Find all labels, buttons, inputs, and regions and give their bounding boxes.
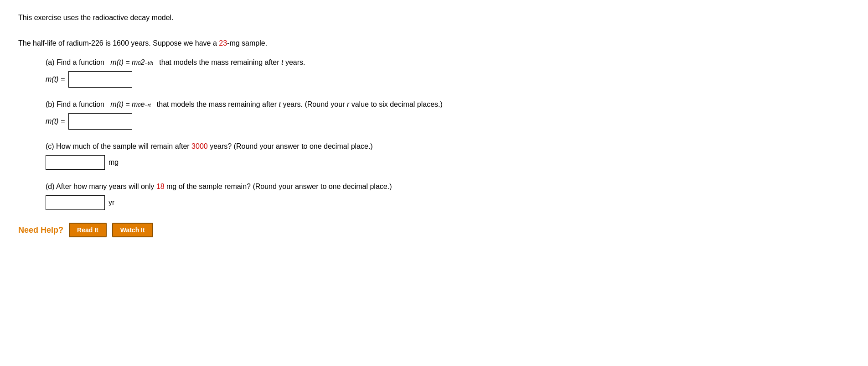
part-c-input[interactable] [46, 155, 105, 170]
part-b-answer-row: m(t) = [46, 113, 850, 130]
halflife-suffix: -mg sample. [227, 39, 267, 47]
watch-it-button[interactable]: Watch It [112, 223, 153, 237]
part-b-answer-label: m(t) = [46, 117, 65, 125]
highlight-18: 18 [156, 183, 165, 190]
need-help-section: Need Help? Read It Watch It [18, 223, 850, 237]
part-a-input[interactable] [68, 71, 132, 88]
part-d: (d) After how many years will only 18 mg… [46, 183, 850, 210]
need-help-label: Need Help? [18, 225, 63, 235]
part-c-label: (c) How much of the sample will remain a… [46, 142, 850, 151]
part-a-label: (a) Find a function m(t) = m02−t/h that … [46, 58, 850, 67]
read-it-button[interactable]: Read It [69, 223, 107, 237]
part-a-answer-row: m(t) = [46, 71, 850, 88]
highlight-3000: 3000 [191, 142, 208, 150]
highlight-23: 23 [219, 39, 227, 47]
part-c-answer-row: mg [46, 155, 850, 170]
part-b-input[interactable] [68, 113, 132, 130]
part-d-answer-row: yr [46, 195, 850, 210]
part-c-unit: mg [108, 158, 119, 167]
part-b-label: (b) Find a function m(t) = m0e−rt that m… [46, 100, 850, 109]
problem-statement: The half-life of radium-226 is 1600 year… [18, 39, 850, 47]
part-d-label: (d) After how many years will only 18 mg… [46, 183, 850, 191]
halflife-prefix: The half-life of radium-226 is 1600 year… [18, 39, 219, 47]
part-c: (c) How much of the sample will remain a… [46, 142, 850, 170]
part-a: (a) Find a function m(t) = m02−t/h that … [46, 58, 850, 88]
part-d-unit: yr [108, 199, 114, 207]
part-d-input[interactable] [46, 195, 105, 210]
intro-text: This exercise uses the radioactive decay… [18, 14, 850, 22]
part-a-answer-label: m(t) = [46, 75, 65, 84]
part-b: (b) Find a function m(t) = m0e−rt that m… [46, 100, 850, 130]
